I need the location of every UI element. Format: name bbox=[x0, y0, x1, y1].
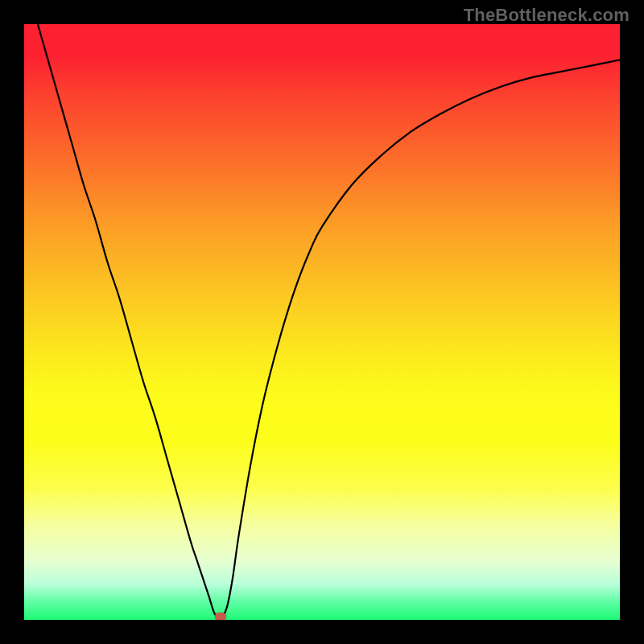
watermark-text: TheBottleneck.com bbox=[464, 5, 630, 26]
optimum-marker bbox=[215, 613, 226, 620]
plot-area bbox=[24, 24, 620, 620]
bottleneck-curve bbox=[24, 24, 620, 620]
chart-frame: TheBottleneck.com bbox=[0, 0, 644, 644]
